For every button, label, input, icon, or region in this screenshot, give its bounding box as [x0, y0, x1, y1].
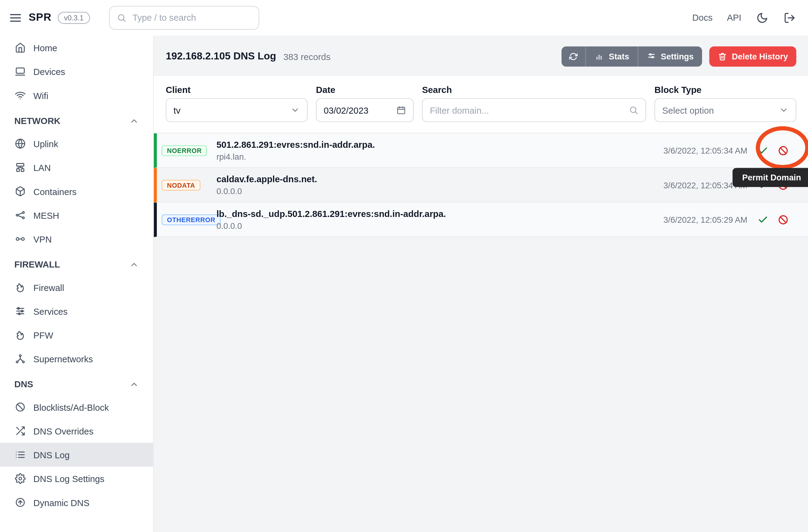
block-domain-button[interactable] [776, 213, 790, 227]
svg-line-36 [17, 427, 19, 429]
sidebar-item-supernetworks[interactable]: Supernetworks [0, 347, 153, 370]
sidebar-item-home[interactable]: Home [0, 36, 153, 59]
filter-label-search: Search [422, 85, 646, 95]
date-value: 03/02/2023 [324, 105, 368, 115]
sidebar-item-label: DNS Log [34, 450, 70, 460]
filter-label-client: Client [166, 85, 308, 95]
sidebar-section-dns[interactable]: DNS [0, 371, 153, 395]
sliders-icon [646, 52, 656, 61]
section-title: NETWORK [14, 115, 61, 126]
sidebar-item-containers[interactable]: Containers [0, 180, 153, 203]
sidebar-item-lan[interactable]: LAN [0, 156, 153, 180]
search-icon [629, 106, 638, 115]
flame-icon [14, 281, 26, 293]
client-select[interactable]: tv [166, 98, 308, 122]
search-icon [117, 13, 126, 22]
sidebar-item-label: Dynamic DNS [34, 497, 90, 507]
sidebar-item-dns-log-settings[interactable]: DNS Log Settings [0, 467, 153, 491]
sidebar-item-vpn[interactable]: VPN [0, 227, 153, 251]
section-title: FIREWALL [14, 259, 60, 269]
sidebar-item-label: Devices [34, 67, 65, 76]
sidebar-item-label: Containers [34, 186, 77, 196]
chevron-up-icon [129, 379, 139, 389]
record-domain: 501.2.861.291:evres:snd.in-addr.arpa. [216, 140, 663, 150]
sidebar-item-dynamic-dns[interactable]: Dynamic DNS [0, 491, 153, 514]
refresh-button[interactable] [562, 47, 585, 67]
date-input[interactable]: 03/02/2023 [316, 98, 414, 122]
record-domain: caldav.fe.apple-dns.net. [216, 174, 663, 184]
sidebar-item-dns-log[interactable]: DNS Log [0, 443, 153, 466]
permit-domain-button[interactable] [756, 213, 770, 227]
api-link[interactable]: API [727, 13, 741, 22]
network-icon [14, 353, 26, 365]
refresh-icon [569, 52, 578, 61]
docs-link[interactable]: Docs [692, 13, 713, 22]
lan-icon [14, 162, 26, 173]
sidebar-item-label: VPN [34, 234, 52, 244]
sidebar-item-mesh[interactable]: MESH [0, 203, 153, 227]
delete-history-button[interactable]: Delete History [709, 47, 796, 67]
sidebar-item-label: Blocklists/Ad-Block [34, 402, 109, 412]
sidebar-item-devices[interactable]: Devices [0, 60, 153, 84]
sidebar-item-blocklists[interactable]: Blocklists/Ad-Block [0, 395, 153, 419]
gear-icon [14, 473, 26, 484]
svg-rect-6 [16, 68, 24, 73]
record-row: NOERROR 501.2.861.291:evres:snd.in-addr.… [154, 133, 808, 168]
permit-domain-button[interactable] [756, 143, 770, 158]
sidebar-item-label: Supernetworks [34, 354, 93, 364]
domain-search[interactable] [422, 98, 646, 122]
page-title: 192.168.2.105 DNS Log [166, 51, 276, 62]
sidebar-section-firewall[interactable]: FIREWALL [0, 251, 153, 275]
sidebar-item-label: Uplink [34, 139, 58, 149]
sidebar-item-wifi[interactable]: Wifi [0, 84, 153, 107]
sidebar-item-services[interactable]: Services [0, 299, 153, 323]
sidebar-section-network[interactable]: NETWORK [0, 107, 153, 132]
svg-line-4 [124, 19, 126, 21]
mesh-icon [14, 209, 26, 221]
stats-button[interactable]: Stats [586, 47, 638, 67]
flame-icon [14, 329, 26, 341]
svg-rect-53 [398, 108, 405, 114]
theme-toggle-icon[interactable] [756, 11, 769, 24]
chevron-down-icon [779, 106, 788, 115]
sidebar-item-pfw[interactable]: PFW [0, 323, 153, 347]
brand-logo: SPR [29, 11, 52, 24]
hamburger-icon[interactable] [8, 11, 22, 25]
sidebar-item-label: Services [34, 306, 68, 316]
record-domain: lb._dns-sd._udp.501.2.861.291:evres:snd.… [216, 209, 663, 219]
ban-icon [14, 401, 26, 413]
sidebar-item-uplink[interactable]: Uplink [0, 132, 153, 155]
bar-chart-icon [594, 52, 604, 61]
global-search[interactable] [109, 6, 259, 30]
chevron-up-icon [129, 260, 139, 269]
logout-icon[interactable] [783, 11, 796, 24]
chevron-up-icon [129, 116, 139, 125]
record-answer: 0.0.0.0 [216, 186, 663, 196]
globe-icon [14, 138, 26, 150]
sidebar-item-dns-overrides[interactable]: DNS Overrides [0, 419, 153, 443]
sidebar-item-firewall[interactable]: Firewall [0, 275, 153, 299]
global-search-input[interactable] [132, 13, 252, 22]
svg-line-60 [780, 148, 786, 153]
status-badge: NOERROR [162, 145, 207, 156]
block-domain-button[interactable] [776, 143, 790, 158]
svg-point-3 [118, 14, 124, 20]
filter-label-blocktype: Block Type [655, 85, 796, 95]
status-badge: OTHERERROR [162, 214, 221, 225]
tooltip-permit-domain: Permit Domain [732, 168, 808, 187]
record-row: NODATA caldav.fe.apple-dns.net. 0.0.0.0 … [154, 168, 808, 203]
svg-line-19 [18, 216, 22, 218]
button-label: Delete History [732, 52, 788, 61]
domain-search-input[interactable] [429, 105, 628, 115]
wifi-icon [14, 89, 26, 101]
svg-line-33 [18, 404, 23, 410]
sidebar-item-label: DNS Log Settings [34, 474, 105, 483]
settings-button[interactable]: Settings [637, 47, 702, 67]
sidebar-item-label: Home [34, 43, 57, 53]
home-icon [14, 42, 26, 54]
list-icon [14, 449, 26, 461]
shuffle-icon [14, 425, 26, 437]
blocktype-select[interactable]: Select option [655, 98, 796, 122]
svg-point-57 [630, 107, 636, 112]
chevron-down-icon [290, 106, 300, 115]
